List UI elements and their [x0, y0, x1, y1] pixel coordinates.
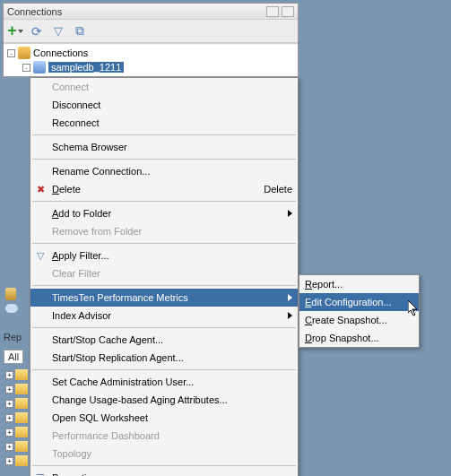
context-menu: ConnectDisconnectReconnectSchema Browser…	[30, 77, 299, 476]
reports-title: Rep	[4, 332, 22, 342]
menu-item-change-usage-based-aging-attributes[interactable]: Change Usage-based Aging Attributes...	[30, 391, 298, 409]
minimize-button[interactable]	[266, 6, 279, 17]
menu-item-index-advisor[interactable]: Index Advisor	[30, 307, 298, 325]
menu-item-remove-from-folder: Remove from Folder	[30, 222, 298, 240]
menu-item-open-sql-worksheet[interactable]: Open SQL Worksheet	[30, 409, 298, 427]
menu-item-label: Index Advisor	[52, 310, 292, 321]
submenu-item-create-snapshot[interactable]: Create Snapshot...	[299, 311, 419, 329]
folder-icon	[15, 384, 28, 394]
blank-icon	[32, 80, 48, 94]
menu-item-properties[interactable]: ☰Properties...	[30, 469, 298, 476]
blank-icon	[32, 333, 48, 347]
menu-item-timesten-performance-metrics[interactable]: TimesTen Performance Metrics	[30, 289, 298, 307]
menu-item-set-cache-administration-user[interactable]: Set Cache Administration User...	[30, 373, 298, 391]
tree-root-row[interactable]: - Connections	[7, 46, 294, 60]
plus-icon: +	[7, 22, 17, 40]
tree-row[interactable]: +	[5, 396, 28, 411]
menu-separator	[32, 201, 296, 202]
tree-row[interactable]: +	[5, 425, 28, 439]
expand-icon[interactable]: +	[5, 400, 13, 408]
menu-item-connect: Connect	[30, 78, 298, 96]
menu-separator	[32, 465, 296, 466]
submenu-item-drop-snapshot[interactable]: Drop Snapshot...	[299, 329, 419, 347]
submenu-arrow-icon	[288, 210, 292, 217]
tree-root-label: Connections	[33, 48, 88, 58]
menu-item-label: Remove from Folder	[52, 226, 292, 237]
connections-tree[interactable]: - Connections - sampledb_1211	[4, 43, 298, 76]
blank-icon	[32, 266, 48, 281]
timesten-icon	[33, 61, 46, 74]
tree-row[interactable]: +	[5, 368, 28, 382]
blank-icon	[32, 411, 48, 425]
toggle-button[interactable]: ⧉	[72, 23, 88, 39]
menu-item-start-stop-replication-agent[interactable]: Start/Stop Replication Agent...	[30, 349, 298, 367]
submenu-item-edit-configuration[interactable]: Edit Configuration...	[299, 293, 419, 311]
background-tree-icons	[5, 287, 18, 316]
expand-icon[interactable]: +	[5, 414, 13, 422]
menu-item-delete[interactable]: ✖DeleteDelete	[30, 180, 298, 198]
tree-row[interactable]: +	[5, 439, 28, 454]
blank-icon	[32, 206, 48, 221]
dropdown-icon	[18, 30, 23, 33]
collapse-icon[interactable]: -	[22, 64, 30, 72]
tree-row[interactable]: +	[5, 382, 28, 396]
menu-item-label: Start/Stop Replication Agent...	[52, 352, 292, 363]
refresh-button[interactable]: ⟳	[29, 23, 45, 39]
connections-panel: Connections + ⟳ ▽ ⧉ - Connections - samp…	[3, 3, 299, 77]
menu-item-add-to-folder[interactable]: Add to Folder	[30, 204, 298, 222]
menu-item-disconnect[interactable]: Disconnect	[30, 96, 298, 114]
menu-item-label: Rename Connection...	[52, 166, 292, 177]
panel-title: Connections	[7, 6, 264, 17]
menu-item-label: Disconnect	[52, 100, 292, 110]
expand-icon[interactable]: +	[5, 443, 13, 451]
menu-item-label: Clear Filter	[52, 268, 292, 279]
filter-button[interactable]: ▽	[50, 23, 66, 39]
cloud-icon	[5, 304, 18, 313]
expand-icon[interactable]: +	[5, 457, 13, 465]
reports-tab[interactable]: All	[4, 350, 23, 364]
menu-item-label: Change Usage-based Aging Attributes...	[52, 394, 292, 405]
expand-icon[interactable]: +	[5, 385, 13, 394]
menu-separator	[32, 285, 296, 286]
new-connection-button[interactable]: +	[7, 23, 23, 39]
submenu-item-report[interactable]: Report...	[299, 275, 419, 293]
folder-icon	[15, 398, 28, 409]
expand-icon[interactable]: +	[5, 371, 13, 379]
tree-row[interactable]: +	[5, 454, 28, 468]
collapse-icon[interactable]: -	[7, 49, 15, 57]
blank-icon	[32, 428, 48, 443]
menu-item-rename-connection[interactable]: Rename Connection...	[30, 162, 298, 180]
folder-icon	[15, 427, 28, 437]
maximize-button[interactable]	[282, 6, 294, 17]
tree-selected-row[interactable]: - sampledb_1211	[7, 60, 294, 74]
blank-icon	[32, 164, 48, 178]
properties-icon: ☰	[32, 471, 48, 476]
blank-icon	[32, 116, 48, 130]
menu-item-label: Connect	[52, 82, 292, 92]
blank-icon	[32, 375, 48, 389]
menu-item-apply-filter[interactable]: ▽Apply Filter...	[30, 247, 298, 264]
blank-icon	[32, 351, 48, 365]
menu-item-reconnect[interactable]: Reconnect	[30, 114, 298, 132]
menu-item-label: Add to Folder	[52, 208, 292, 219]
menu-item-label: Performance Dashboard	[52, 430, 292, 441]
submenu-arrow-icon	[288, 294, 292, 301]
submenu-item-label: Report...	[305, 279, 343, 290]
menu-separator	[32, 327, 296, 328]
blank-icon	[32, 98, 48, 112]
folder-icon	[15, 441, 28, 452]
submenu-arrow-icon	[288, 312, 292, 319]
menu-item-label: Open SQL Worksheet	[52, 412, 292, 423]
menu-item-shortcut: Delete	[264, 184, 292, 195]
blank-icon	[32, 290, 48, 305]
menu-item-schema-browser[interactable]: Schema Browser	[30, 138, 298, 156]
tree-selected-label: sampledb_1211	[48, 62, 124, 73]
tree-row[interactable]: +	[5, 411, 28, 425]
expand-icon[interactable]: +	[5, 428, 13, 437]
menu-item-clear-filter: Clear Filter	[30, 264, 298, 282]
toolbar: + ⟳ ▽ ⧉	[4, 20, 298, 43]
delete-icon: ✖	[32, 182, 48, 196]
menu-item-label: Reconnect	[52, 117, 292, 128]
menu-item-start-stop-cache-agent[interactable]: Start/Stop Cache Agent...	[30, 331, 298, 349]
folder-icon	[15, 412, 28, 423]
